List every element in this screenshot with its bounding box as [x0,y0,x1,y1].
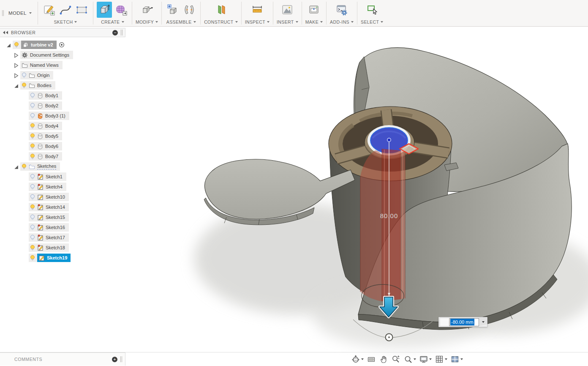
tree-item-body1[interactable]: Body1 [0,90,125,101]
visibility-bulb-icon[interactable] [14,42,19,48]
browser-header: BROWSER − [0,28,125,37]
collapse-panel-icon[interactable] [3,30,8,35]
construct-plane-button[interactable] [213,2,229,18]
extrude-preview[interactable] [360,149,405,307]
distance-input[interactable]: -80.00 mm [449,318,479,326]
construct-menu[interactable]: CONSTRUCT [204,19,238,25]
tree-item-sketch14[interactable]: Sketch14 [0,202,125,212]
modify-menu[interactable]: MODIFY [136,19,158,25]
gear-icon [22,52,28,58]
sketch-icon [37,194,44,200]
visibility-bulb-icon[interactable] [30,103,35,109]
pan-button[interactable] [378,354,389,365]
select-cursor-icon [365,3,379,16]
toolbar-drag-grip[interactable] [0,0,6,26]
addins-menu[interactable]: ADD-INS [330,19,354,25]
joint-button[interactable] [182,2,197,18]
tree-item-bodies[interactable]: Bodies [0,80,125,90]
tree-item-body6[interactable]: Body6 [0,141,125,151]
create-menu[interactable]: CREATE [101,19,124,25]
orbit-button[interactable] [350,354,365,365]
expanded-triangle-icon[interactable] [5,42,11,48]
create-sketch-button[interactable] [41,2,57,18]
addins-button[interactable] [334,2,349,18]
tree-item-body4[interactable]: Body4 [0,121,125,131]
expanded-triangle-icon[interactable] [13,164,19,170]
tree-item-named-views[interactable]: Named Views [0,60,125,70]
panel-resize-grip[interactable] [120,356,123,362]
assemble-menu[interactable]: ASSEMBLE [166,19,196,25]
tree-item-sketch10[interactable]: Sketch10 [0,192,125,202]
grid-settings-button[interactable] [433,354,449,365]
visibility-bulb-icon[interactable] [30,214,35,221]
collapsed-triangle-icon[interactable] [13,72,19,79]
visibility-bulb-icon[interactable] [30,153,35,160]
visibility-bulb-icon[interactable] [30,133,35,139]
rectangle-button[interactable] [74,2,90,18]
insert-button[interactable] [280,2,295,18]
zoom-window-button[interactable] [402,354,417,365]
select-menu[interactable]: SELECT [361,19,383,25]
tree-item-body2[interactable]: Body2 [0,101,125,111]
toolbar-group-sketch: SKETCH [38,0,93,26]
panel-resize-grip[interactable] [120,30,123,36]
tree-item-sketch4[interactable]: Sketch4 [0,182,125,192]
visibility-bulb-icon[interactable] [30,204,35,210]
select-button[interactable] [365,2,380,18]
visibility-bulb-icon[interactable] [30,143,35,150]
visibility-bulb-icon[interactable] [30,123,35,129]
visibility-bulb-icon[interactable] [22,72,27,79]
tree-item-document-settings[interactable]: Document Settings [0,50,125,60]
tree-item-sketch15[interactable]: Sketch15 [0,212,125,222]
tree-item-body7[interactable]: Body7 [0,151,125,161]
tree-item-root-component[interactable]: turbine v2 [0,40,125,50]
tree-item-sketch1[interactable]: Sketch1 [0,172,125,182]
tree-item-sketch17[interactable]: Sketch17 [0,232,125,243]
collapse-all-button[interactable]: − [112,30,118,36]
tree-item-body5[interactable]: Body5 [0,131,125,141]
collapsed-triangle-icon[interactable] [13,52,19,58]
tree-item-sketch19[interactable]: Sketch19 [0,253,125,263]
create-form-button[interactable] [113,2,128,18]
sketch-menu[interactable]: SKETCH [54,19,77,25]
tree-item-body3[interactable]: Body3 (1) [0,111,125,121]
tree-item-sketch16[interactable]: Sketch16 [0,222,125,232]
visibility-bulb-icon[interactable] [22,82,27,89]
make-menu[interactable]: MAKE [305,19,323,25]
visibility-bulb-icon[interactable] [30,113,35,119]
press-pull-button[interactable] [139,2,155,18]
activate-component-icon[interactable] [59,42,65,48]
visibility-bulb-icon[interactable] [30,174,35,180]
look-at-icon [367,355,376,364]
expanded-triangle-icon[interactable] [13,82,19,89]
visibility-bulb-icon[interactable] [30,235,35,241]
rectangle-icon [75,3,89,16]
add-comment-button[interactable]: + [112,357,117,362]
spline-button[interactable] [58,2,73,18]
extrude-button[interactable] [97,2,112,18]
visibility-bulb-icon[interactable] [30,224,35,231]
insert-menu[interactable]: INSERT [277,19,298,25]
look-at-button[interactable] [365,354,377,365]
measure-button[interactable] [250,2,265,18]
visibility-bulb-icon[interactable] [30,93,35,99]
collapsed-triangle-icon[interactable] [13,62,19,68]
visibility-bulb-icon[interactable] [22,164,27,170]
make-button[interactable] [306,2,321,18]
visibility-bulb-icon[interactable] [30,255,35,261]
tree-item-sketch18[interactable]: Sketch18 [0,243,125,253]
new-component-button[interactable] [165,2,180,18]
display-settings-button[interactable] [418,354,433,365]
distance-dropdown-button[interactable] [479,318,486,326]
tree-item-sketches[interactable]: Sketches [0,161,125,172]
visibility-bulb-icon[interactable] [30,245,35,251]
visibility-bulb-icon[interactable] [30,194,35,200]
comments-panel[interactable]: COMMENTS + [0,352,125,366]
inspect-menu[interactable]: INSPECT [245,19,270,25]
visibility-bulb-icon[interactable] [30,184,35,190]
workspace-switcher[interactable]: MODEL [6,0,38,26]
origin-point[interactable] [387,138,391,142]
zoom-button[interactable] [390,354,402,365]
viewports-button[interactable] [449,354,464,365]
tree-item-origin[interactable]: Origin [0,70,125,80]
